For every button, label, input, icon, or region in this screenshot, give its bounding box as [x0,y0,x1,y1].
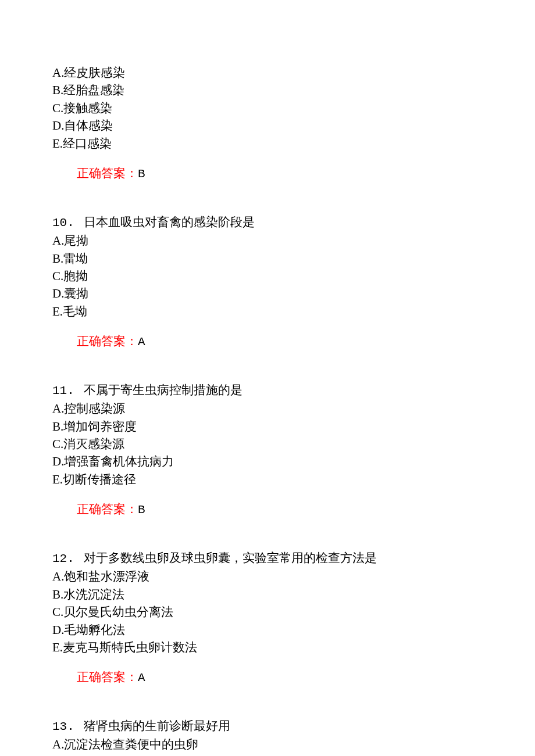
answer-label: 正确答案： [77,502,138,516]
option-a: A.控制感染源 [52,400,483,417]
answer-value: A [138,671,145,685]
option-d: D.毛坳孵化法 [52,621,483,639]
option-c: C.胞拗 [52,267,483,285]
answer-line: 正确答案：B [52,164,483,183]
option-e: E.经口感染 [52,135,483,152]
question-10: 10. 日本血吸虫对畜禽的感染阶段是 A.尾拗 B.雷坳 C.胞拗 D.囊拗 E… [52,213,483,352]
option-a: A.尾拗 [52,232,483,249]
option-e: E.毛坳 [52,303,483,320]
document-page: A.经皮肤感染 B.经胎盘感染 C.接触感染 D.自体感染 E.经口感染 正确答… [0,0,535,756]
option-b: B.漂浮法检查粪便中的虫卵 [52,754,483,756]
option-a: A.沉淀法检查粪便中的虫卵 [52,736,483,753]
answer-line: 正确答案：A [52,332,483,351]
option-a: A.经皮肤感染 [52,64,483,81]
question-body: 日本血吸虫对畜禽的感染阶段是 [84,215,255,229]
question-9-remainder: A.经皮肤感染 B.经胎盘感染 C.接触感染 D.自体感染 E.经口感染 正确答… [52,64,483,184]
question-13: 13. 猪肾虫病的生前诊断最好用 A.沉淀法检查粪便中的虫卵 B.漂浮法检查粪便… [52,717,483,756]
question-text: 13. 猪肾虫病的生前诊断最好用 [52,717,483,736]
spacer [52,532,483,549]
question-body: 猪肾虫病的生前诊断最好用 [84,719,230,733]
question-text: 10. 日本血吸虫对畜禽的感染阶段是 [52,213,483,232]
question-text: 12. 对于多数线虫卵及球虫卵囊，实验室常用的检查方法是 [52,549,483,568]
answer-line: 正确答案：A [52,668,483,687]
answer-label: 正确答案： [77,334,138,348]
option-c: C.消灭感染源 [52,435,483,453]
question-12: 12. 对于多数线虫卵及球虫卵囊，实验室常用的检查方法是 A.饱和盐水漂浮液 B… [52,549,483,687]
option-d: D.自体感染 [52,117,483,134]
spacer [52,196,483,213]
answer-label: 正确答案： [77,670,138,684]
option-e: E.麦克马斯特氏虫卵计数法 [52,639,483,656]
answer-label: 正确答案： [77,166,138,180]
question-11: 11. 不属于寄生虫病控制措施的是 A.控制感染源 B.增加饲养密度 C.消灭感… [52,381,483,519]
answer-value: A [138,335,145,349]
question-number: 12. [52,552,74,565]
question-number: 10. [52,216,74,230]
option-b: B.经胎盘感染 [52,81,483,99]
question-number: 11. [52,384,74,397]
option-c: C.接触感染 [52,99,483,117]
question-body: 不属于寄生虫病控制措施的是 [84,383,242,397]
option-c: C.贝尔曼氏幼虫分离法 [52,603,483,621]
answer-value: B [138,167,145,181]
question-body: 对于多数线虫卵及球虫卵囊，实验室常用的检查方法是 [84,551,377,565]
question-number: 13. [52,720,74,733]
spacer [52,364,483,381]
question-text: 11. 不属于寄生虫病控制措施的是 [52,381,483,400]
option-b: B.雷坳 [52,250,483,267]
answer-line: 正确答案：B [52,500,483,519]
answer-value: B [138,503,145,517]
option-d: D.囊拗 [52,285,483,302]
option-d: D.增强畜禽机体抗病力 [52,453,483,470]
spacer [52,700,483,717]
option-b: B.水洗沉淀法 [52,586,483,603]
option-e: E.切断传播途径 [52,471,483,488]
option-b: B.增加饲养密度 [52,418,483,435]
option-a: A.饱和盐水漂浮液 [52,568,483,585]
